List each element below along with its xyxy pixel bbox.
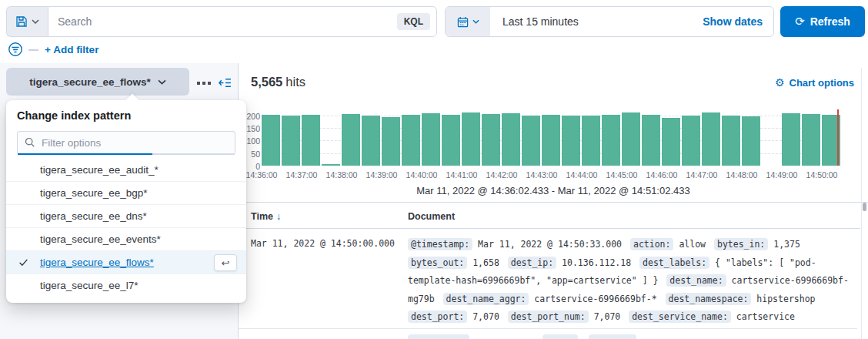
field-value: Mar 11, 2022 @ 14:50:33.000 bbox=[478, 239, 622, 250]
date-picker-menu-button[interactable] bbox=[446, 7, 490, 36]
histogram-bar[interactable] bbox=[322, 164, 340, 166]
histogram-bar[interactable] bbox=[642, 115, 660, 166]
gear-icon: ⚙ bbox=[775, 76, 785, 89]
histogram-bar[interactable] bbox=[262, 115, 280, 166]
refresh-icon: ⟳ bbox=[795, 15, 805, 29]
field-name-badge[interactable]: dest_port_num: bbox=[508, 310, 589, 323]
histogram-bar[interactable] bbox=[542, 115, 560, 166]
index-pattern-option[interactable]: tigera_secure_ee_l7* bbox=[6, 274, 246, 297]
y-axis-tick: 50 bbox=[251, 149, 260, 159]
x-axis-tick: 14:41:00 bbox=[446, 170, 478, 180]
histogram-bar[interactable] bbox=[302, 115, 320, 166]
x-axis-tick: 14:38:00 bbox=[326, 170, 358, 180]
index-filter-input[interactable] bbox=[35, 137, 235, 149]
field-name-badge[interactable]: dest_port: bbox=[408, 310, 467, 323]
field-name-badge[interactable]: bytes_out: bbox=[408, 257, 467, 269]
field-options-icon[interactable] bbox=[197, 82, 211, 85]
hits-count: 5,565 bbox=[251, 75, 282, 89]
field-name-badge[interactable]: dest_ip: bbox=[508, 257, 556, 269]
field-value: 7,070 bbox=[594, 311, 621, 322]
x-axis-labels: 14:36:0014:37:0014:38:0014:39:0014:40:00… bbox=[262, 170, 846, 181]
time-range-value[interactable]: Last 15 minutes bbox=[502, 15, 579, 28]
chart-time-range-subtitle: Mar 11, 2022 @ 14:36:02.433 - Mar 11, 20… bbox=[239, 185, 868, 196]
histogram-bar[interactable] bbox=[662, 118, 680, 166]
column-header-time[interactable]: Time↓ bbox=[251, 211, 281, 222]
x-axis-tick: 14:42:00 bbox=[486, 170, 518, 180]
x-axis-tick: 14:49:00 bbox=[766, 170, 798, 180]
index-pattern-option-label: tigera_secure_ee_dns* bbox=[40, 210, 147, 222]
hits-summary: 5,565hits bbox=[251, 75, 305, 89]
histogram-bar[interactable] bbox=[442, 115, 460, 166]
index-pattern-option-label: tigera_secure_ee_events* bbox=[40, 233, 161, 245]
histogram-bar[interactable] bbox=[462, 112, 480, 166]
popover-title: Change index pattern bbox=[6, 100, 246, 129]
index-pattern-option[interactable]: tigera_secure_ee_bgp* bbox=[6, 181, 246, 204]
date-picker: Last 15 minutes Show dates bbox=[445, 6, 774, 37]
histogram-bar[interactable] bbox=[482, 114, 500, 166]
histogram-bar[interactable] bbox=[682, 116, 700, 166]
histogram-bar[interactable] bbox=[402, 115, 420, 166]
index-pattern-button[interactable]: tigera_secure_ee_flows* bbox=[6, 68, 189, 96]
histogram-bar[interactable] bbox=[522, 116, 540, 166]
field-name-badge[interactable]: dest_service_name: bbox=[629, 310, 731, 323]
index-pattern-option[interactable]: tigera_secure_ee_audit_* bbox=[6, 158, 246, 181]
row-divider bbox=[239, 328, 857, 329]
y-axis-tick: 100 bbox=[246, 136, 260, 146]
histogram-bar[interactable] bbox=[782, 113, 800, 166]
histogram-bar[interactable] bbox=[382, 117, 400, 166]
histogram-bar[interactable] bbox=[582, 116, 600, 166]
saved-query-menu-button[interactable] bbox=[6, 6, 48, 37]
histogram-bar[interactable] bbox=[702, 112, 720, 166]
change-index-pattern-popover: Change index pattern tigera_secure_ee_au… bbox=[6, 100, 246, 303]
histogram-bar[interactable] bbox=[502, 113, 520, 166]
collapse-sidebar-icon[interactable] bbox=[219, 76, 232, 89]
kql-badge[interactable]: KQL bbox=[397, 13, 430, 30]
field-name-badge[interactable]: dest_name: bbox=[666, 274, 726, 287]
index-pattern-option[interactable]: tigera_secure_ee_flows*↩ bbox=[6, 250, 246, 274]
histogram-bar[interactable] bbox=[742, 116, 760, 166]
search-bar: KQL bbox=[48, 6, 437, 37]
field-name-badge[interactable]: dest_labels: bbox=[639, 257, 709, 269]
histogram-bar[interactable] bbox=[422, 113, 440, 166]
histogram-chart bbox=[262, 109, 843, 166]
refresh-button[interactable]: ⟳ Refresh bbox=[780, 6, 865, 37]
row-time-cell[interactable]: Mar 11, 2022 @ 14:50:00.000 bbox=[251, 238, 395, 249]
histogram-bar[interactable] bbox=[722, 116, 740, 166]
field-value: allow bbox=[679, 239, 706, 250]
field-value: 1,375 bbox=[773, 239, 800, 250]
divider bbox=[239, 228, 860, 229]
field-name-badge[interactable]: bytes_in: bbox=[714, 238, 768, 250]
show-dates-link[interactable]: Show dates bbox=[703, 15, 763, 28]
histogram-bar[interactable] bbox=[282, 116, 300, 166]
x-axis-tick: 14:37:00 bbox=[286, 170, 318, 180]
chart-options-link[interactable]: ⚙ Chart options bbox=[775, 76, 854, 89]
x-axis-tick: 14:43:00 bbox=[526, 170, 558, 180]
field-name-badge[interactable]: action: bbox=[630, 238, 673, 250]
histogram-bar[interactable] bbox=[362, 116, 380, 166]
search-input[interactable] bbox=[48, 15, 397, 28]
histogram-bar[interactable] bbox=[602, 115, 620, 166]
field-badge-partial bbox=[589, 334, 636, 339]
filter-divider bbox=[28, 49, 38, 51]
row-document-cell[interactable]: @timestamp: Mar 11, 2022 @ 14:50:33.000 … bbox=[408, 236, 857, 327]
add-filter-link[interactable]: + Add filter bbox=[45, 44, 98, 55]
x-axis-tick: 14:46:00 bbox=[646, 170, 678, 180]
histogram-bar[interactable] bbox=[622, 112, 640, 166]
sort-desc-icon[interactable]: ↓ bbox=[276, 211, 281, 222]
index-pattern-option[interactable]: tigera_secure_ee_dns* bbox=[6, 204, 246, 227]
filter-icon[interactable] bbox=[8, 42, 23, 57]
x-axis-tick: 14:44:00 bbox=[566, 170, 598, 180]
field-badge-partial bbox=[542, 334, 578, 339]
field-name-badge[interactable]: dest_name_aggr: bbox=[443, 293, 529, 305]
field-name-badge[interactable]: dest_namespace: bbox=[666, 293, 752, 305]
index-pattern-option[interactable]: tigera_secure_ee_events* bbox=[6, 227, 246, 250]
scrollbar-thumb[interactable] bbox=[863, 203, 866, 211]
index-pattern-option-label: tigera_secure_ee_l7* bbox=[40, 280, 139, 291]
histogram-bar[interactable] bbox=[342, 114, 360, 166]
field-name-badge[interactable]: @timestamp: bbox=[408, 238, 472, 250]
field-value: 1,658 bbox=[472, 257, 499, 268]
return-key-icon[interactable]: ↩ bbox=[214, 254, 237, 271]
index-pattern-option-label: tigera_secure_ee_flows* bbox=[40, 257, 154, 268]
histogram-bar[interactable] bbox=[802, 114, 820, 166]
histogram-bar[interactable] bbox=[562, 116, 580, 166]
